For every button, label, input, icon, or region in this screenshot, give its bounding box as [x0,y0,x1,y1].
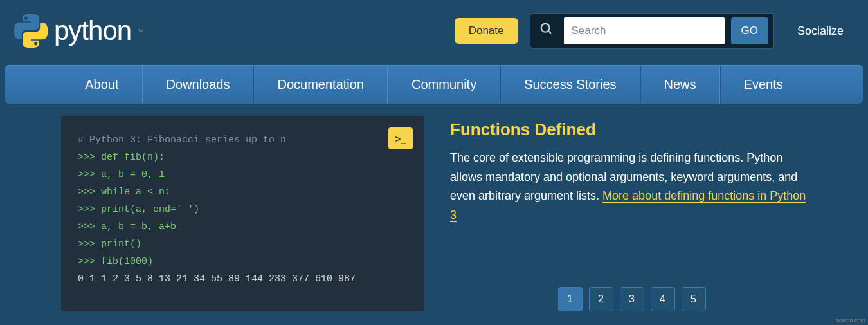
code-line: >>> a, b = b, a+b [78,218,408,236]
nav-documentation[interactable]: Documentation [253,66,388,104]
code-line: >>> print() [78,236,408,253]
donate-button[interactable]: Donate [455,18,518,44]
page-1-button[interactable]: 1 [558,287,583,311]
info-text: The core of extensible programming is de… [450,149,813,225]
pagination: 1 2 3 4 5 [450,287,813,311]
nav-news[interactable]: News [640,66,720,104]
svg-point-0 [541,24,549,32]
navbar: About Downloads Documentation Community … [5,65,863,104]
python-logo-icon [13,13,49,49]
code-comment: # Python 3: Fibonacci series up to n [78,131,408,149]
code-line: >>> print(a, end=' ') [78,201,408,218]
info-panel: Functions Defined The core of extensible… [450,116,813,311]
launch-shell-button[interactable]: >_ [388,127,413,149]
code-line: >>> def fib(n): [78,149,408,166]
go-button[interactable]: GO [731,17,768,44]
search-wrap: GO [530,13,774,49]
nav-downloads[interactable]: Downloads [143,66,254,104]
trademark: ™ [138,28,144,35]
brand-name: python [54,15,131,46]
page-2-button[interactable]: 2 [589,287,613,311]
logo[interactable]: python ™ [13,13,144,49]
nav-about[interactable]: About [62,66,142,104]
content: >_ # Python 3: Fibonacci series up to n … [0,104,868,311]
code-panel: >_ # Python 3: Fibonacci series up to n … [61,116,424,311]
nav-success-stories[interactable]: Success Stories [500,66,640,104]
page-3-button[interactable]: 3 [620,287,644,311]
watermark: wsxdn.com [836,317,865,324]
socialize-link[interactable]: Socialize [786,24,855,38]
info-title: Functions Defined [450,120,813,140]
nav-community[interactable]: Community [388,66,500,104]
search-icon[interactable] [536,22,557,40]
code-output: 0 1 1 2 3 5 8 13 21 34 55 89 144 233 377… [78,270,408,288]
code-line: >>> fib(1000) [78,253,408,270]
code-line: >>> a, b = 0, 1 [78,166,408,183]
code-line: >>> while a < n: [78,183,408,201]
header: python ™ Donate GO Socialize [0,0,868,65]
svg-line-1 [548,31,551,34]
page-4-button[interactable]: 4 [651,287,675,311]
nav-events[interactable]: Events [720,66,806,104]
page-5-button[interactable]: 5 [682,287,706,311]
header-right: Donate GO Socialize [455,13,855,49]
search-input[interactable] [564,17,725,44]
